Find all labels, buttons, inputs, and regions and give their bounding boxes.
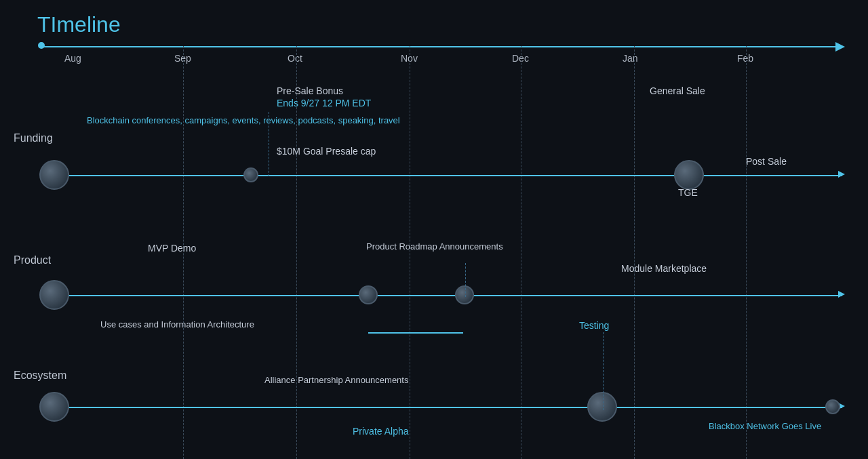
funding-track-main: [41, 175, 842, 176]
funding-circle-tge: [674, 160, 704, 190]
post-sale: Post Sale: [746, 156, 787, 167]
funding-circle-start: [39, 160, 69, 190]
product-circle-start: [39, 280, 69, 310]
blackbox-network: Blackbox Network Goes Live: [709, 420, 821, 433]
timeline-start-dot: [38, 42, 45, 49]
mvp-demo: MVP Demo: [148, 243, 196, 254]
label-funding: Funding: [14, 132, 53, 144]
roadmap-vline: [465, 263, 466, 297]
vline-jan: [634, 46, 635, 459]
label-ecosystem: Ecosystem: [14, 370, 66, 382]
ecosystem-circle-end: [825, 399, 840, 414]
month-aug: Aug: [64, 53, 81, 64]
funding-track-arrow: [838, 171, 845, 178]
alliance: Alliance Partnership Announcements: [264, 375, 408, 385]
presale-sub: Ends 9/27 12 PM EDT: [277, 98, 371, 108]
page: TImeline Aug Sep Oct Nov Dec Jan Feb Fun…: [0, 0, 868, 459]
funding-circle-mid: [243, 167, 258, 182]
ecosystem-circle-start: [39, 392, 69, 422]
ecosystem-track-main: [41, 407, 842, 408]
product-track-main: [41, 295, 842, 296]
month-oct: Oct: [288, 53, 302, 64]
presale-cap: $10M Goal Presale cap: [277, 146, 376, 157]
month-jan: Jan: [623, 53, 638, 64]
timeline-axis: [41, 46, 841, 47]
product-track-arrow: [838, 291, 845, 298]
vline-feb: [746, 46, 747, 459]
product-circle-mid1: [359, 285, 378, 304]
testing-label: Testing: [579, 320, 609, 331]
testing-vline: [603, 332, 604, 410]
private-alpha: Private Alpha: [353, 426, 409, 437]
ecosystem-circle-jan: [587, 392, 617, 422]
ia-segment: [368, 332, 463, 334]
general-sale: General Sale: [650, 85, 705, 96]
page-title: TImeline: [37, 12, 121, 37]
funding-marketing-text: Blockchain conferences, campaigns, event…: [87, 114, 400, 127]
presale-vline: [269, 112, 269, 176]
product-circle-mid2: [455, 285, 474, 304]
roadmap: Product Roadmap Announcements: [366, 241, 503, 253]
marketplace: Module Marketplace: [621, 263, 707, 274]
presale-title: Pre-Sale Bonus: [277, 85, 343, 96]
label-product: Product: [14, 254, 51, 266]
vline-dec: [521, 46, 521, 459]
tge-label: TGE: [678, 187, 698, 198]
timeline-arrow: [835, 42, 845, 52]
use-cases: Use cases and Information Architecture: [100, 319, 254, 331]
